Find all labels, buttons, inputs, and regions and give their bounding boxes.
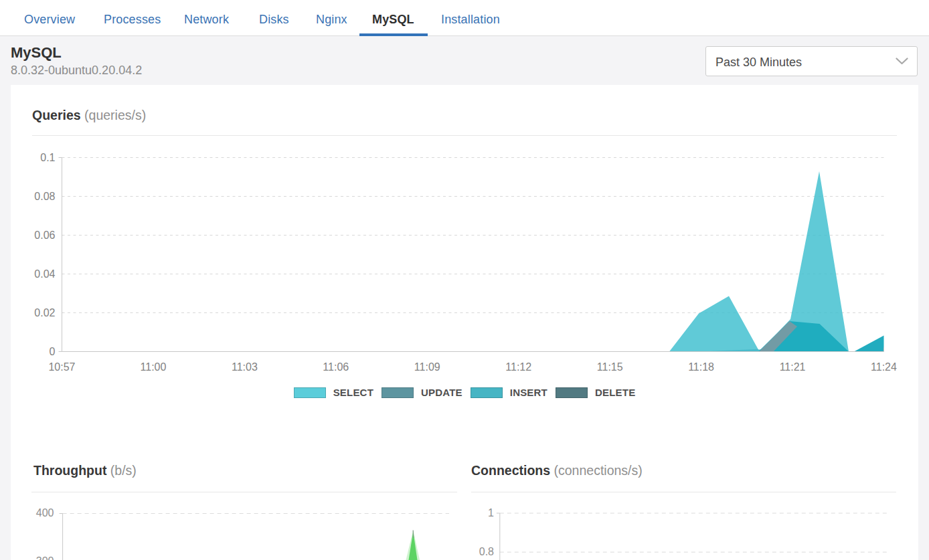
svg-text:11:06: 11:06 xyxy=(323,361,349,373)
svg-text:11:03: 11:03 xyxy=(232,361,258,373)
svg-text:0.8: 0.8 xyxy=(479,546,494,557)
svg-text:11:09: 11:09 xyxy=(414,361,440,373)
svg-text:11:12: 11:12 xyxy=(505,361,531,373)
svg-text:300: 300 xyxy=(36,555,54,560)
svg-text:11:18: 11:18 xyxy=(688,361,714,373)
svg-text:11:15: 11:15 xyxy=(597,361,623,373)
svg-text:0.08: 0.08 xyxy=(34,191,55,202)
svg-text:11:21: 11:21 xyxy=(780,361,806,373)
svg-text:10:57: 10:57 xyxy=(48,361,75,373)
svg-text:400: 400 xyxy=(36,507,54,519)
svg-text:0: 0 xyxy=(50,346,56,357)
svg-text:11:24: 11:24 xyxy=(871,361,897,373)
svg-text:0.06: 0.06 xyxy=(34,229,55,241)
svg-text:11:00: 11:00 xyxy=(141,361,167,373)
svg-text:1: 1 xyxy=(488,507,494,519)
svg-text:0.04: 0.04 xyxy=(34,268,55,280)
svg-text:0.02: 0.02 xyxy=(34,307,55,318)
svg-text:0.1: 0.1 xyxy=(40,152,55,163)
